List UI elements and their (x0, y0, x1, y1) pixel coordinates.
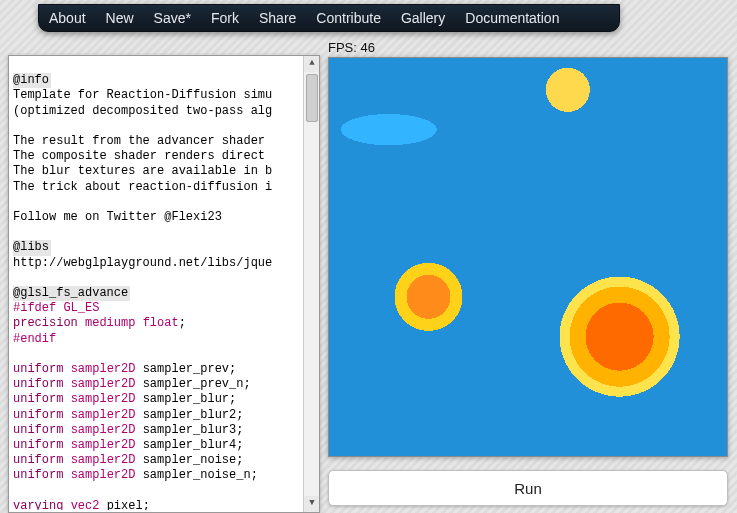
code-line: Follow me on Twitter @Flexi23 (13, 210, 222, 224)
code-editor[interactable]: @info Template for Reaction-Diffusion si… (8, 55, 320, 513)
code-line: #ifdef GL_ES (13, 301, 99, 315)
scrollbar[interactable]: ▲ ▼ (303, 56, 319, 512)
section-tag-libs: @libs (13, 240, 51, 255)
nav-share[interactable]: Share (259, 10, 296, 26)
run-button[interactable]: Run (328, 470, 728, 506)
code-text: sampler_noise; (143, 453, 244, 467)
code-text: sampler_prev; (143, 362, 237, 376)
section-tag-glsl: @glsl_fs_advance (13, 286, 130, 301)
kw-uniform: uniform (13, 468, 63, 482)
ty-sampler2d: sampler2D (71, 392, 136, 406)
render-canvas[interactable] (328, 57, 728, 457)
code-line: The blur textures are available in b (13, 164, 272, 178)
code-line: The trick about reaction-diffusion i (13, 180, 272, 194)
ty-sampler2d: sampler2D (71, 438, 136, 452)
section-tag-info: @info (13, 73, 51, 88)
scroll-up-icon[interactable]: ▲ (304, 56, 320, 72)
code-line: http://webglplayground.net/libs/jque (13, 256, 272, 270)
kw-uniform: uniform (13, 377, 63, 391)
code-text: pixel; (107, 499, 150, 510)
ty-sampler2d: sampler2D (71, 423, 136, 437)
fps-value: 46 (361, 40, 375, 55)
ty-sampler2d: sampler2D (71, 468, 136, 482)
fps-display: FPS: 46 (328, 40, 375, 55)
ty-mediump: mediump (85, 316, 135, 330)
scroll-down-icon[interactable]: ▼ (304, 496, 320, 512)
ty-sampler2d: sampler2D (71, 377, 136, 391)
kw-uniform: uniform (13, 392, 63, 406)
code-text: ; (179, 316, 186, 330)
nav-contribute[interactable]: Contribute (316, 10, 381, 26)
nav-gallery[interactable]: Gallery (401, 10, 445, 26)
nav-fork[interactable]: Fork (211, 10, 239, 26)
kw-uniform: uniform (13, 423, 63, 437)
kw-varying: varying (13, 499, 63, 510)
kw-precision: precision (13, 316, 78, 330)
code-text: sampler_blur4; (143, 438, 244, 452)
ty-float: float (143, 316, 179, 330)
code-line: (optimized decomposited two-pass alg (13, 104, 272, 118)
ty-sampler2d: sampler2D (71, 408, 136, 422)
kw-uniform: uniform (13, 362, 63, 376)
nav-save[interactable]: Save* (154, 10, 191, 26)
code-line: The result from the advancer shader (13, 134, 272, 148)
code-text: sampler_blur; (143, 392, 237, 406)
code-line: Template for Reaction-Diffusion simu (13, 88, 272, 102)
code-editor-content[interactable]: @info Template for Reaction-Diffusion si… (13, 58, 301, 510)
ty-vec2: vec2 (71, 499, 100, 510)
nav-about[interactable]: About (49, 10, 86, 26)
ty-sampler2d: sampler2D (71, 453, 136, 467)
code-text: sampler_blur3; (143, 423, 244, 437)
navbar: About New Save* Fork Share Contribute Ga… (38, 4, 620, 32)
code-line: The composite shader renders direct (13, 149, 272, 163)
scroll-thumb[interactable] (306, 74, 318, 122)
run-button-label: Run (514, 480, 542, 497)
fps-label: FPS: (328, 40, 357, 55)
code-text: sampler_noise_n; (143, 468, 258, 482)
code-line: #endif (13, 332, 56, 346)
kw-uniform: uniform (13, 438, 63, 452)
kw-uniform: uniform (13, 453, 63, 467)
nav-new[interactable]: New (106, 10, 134, 26)
code-text: sampler_prev_n; (143, 377, 251, 391)
code-text: sampler_blur2; (143, 408, 244, 422)
nav-documentation[interactable]: Documentation (465, 10, 559, 26)
ty-sampler2d: sampler2D (71, 362, 136, 376)
kw-uniform: uniform (13, 408, 63, 422)
